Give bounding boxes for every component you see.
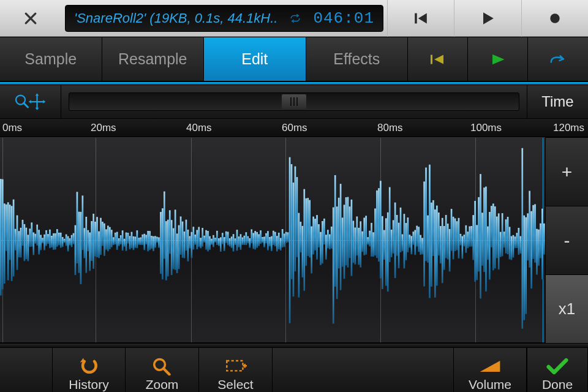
svg-rect-13 xyxy=(11,206,13,281)
svg-rect-133 xyxy=(229,238,231,246)
svg-rect-107 xyxy=(182,222,184,258)
svg-rect-228 xyxy=(402,234,404,251)
scroll-slider[interactable] xyxy=(69,92,519,111)
svg-rect-152 xyxy=(263,236,265,247)
svg-rect-157 xyxy=(273,231,274,245)
svg-rect-275 xyxy=(487,227,489,260)
marker-prev-button[interactable] xyxy=(408,37,468,81)
scroll-handle[interactable] xyxy=(282,94,306,109)
close-button[interactable] xyxy=(0,0,61,37)
time-mode-button[interactable]: Time xyxy=(527,85,588,119)
svg-rect-288 xyxy=(511,236,513,260)
svg-rect-172 xyxy=(300,222,302,252)
svg-rect-204 xyxy=(358,228,360,265)
tab-effects[interactable]: Effects xyxy=(306,37,409,81)
vertical-scale-button[interactable]: x1 xyxy=(545,274,588,343)
tab-sample[interactable]: Sample xyxy=(0,37,102,81)
svg-rect-305 xyxy=(541,209,543,280)
svg-rect-151 xyxy=(262,237,263,243)
svg-rect-66 xyxy=(107,225,109,251)
svg-rect-31 xyxy=(43,235,45,251)
waveform-canvas[interactable] xyxy=(0,137,545,343)
svg-rect-247 xyxy=(436,206,438,286)
history-button[interactable]: History xyxy=(52,348,126,392)
svg-rect-210 xyxy=(369,231,371,247)
svg-rect-12 xyxy=(9,205,11,260)
svg-rect-56 xyxy=(89,233,91,271)
svg-rect-229 xyxy=(404,214,405,268)
svg-rect-106 xyxy=(180,216,182,254)
svg-rect-24 xyxy=(31,222,32,246)
svg-rect-64 xyxy=(104,224,105,256)
tab-bar: Sample Resample Edit Effects xyxy=(0,37,588,82)
svg-rect-47 xyxy=(73,233,75,244)
svg-rect-243 xyxy=(429,165,431,298)
svg-rect-233 xyxy=(410,236,412,254)
time-ruler[interactable]: 0ms 20ms 40ms 60ms 80ms 100ms 120ms xyxy=(0,119,588,137)
svg-rect-118 xyxy=(202,228,203,247)
svg-rect-84 xyxy=(140,238,141,246)
svg-rect-171 xyxy=(298,213,300,298)
svg-rect-235 xyxy=(414,230,416,255)
svg-rect-32 xyxy=(45,230,47,246)
svg-rect-207 xyxy=(363,217,365,255)
svg-rect-87 xyxy=(145,235,147,244)
svg-line-4 xyxy=(23,103,28,107)
volume-label: Volume xyxy=(469,377,511,392)
svg-rect-278 xyxy=(492,203,494,270)
svg-rect-94 xyxy=(158,237,160,247)
svg-rect-22 xyxy=(28,235,29,261)
svg-rect-27 xyxy=(36,225,38,246)
zoom-pan-tool[interactable] xyxy=(0,85,61,119)
skip-back-button[interactable] xyxy=(387,0,454,37)
tab-resample[interactable]: Resample xyxy=(102,37,205,81)
svg-rect-130 xyxy=(224,237,225,251)
svg-rect-256 xyxy=(453,217,454,260)
svg-rect-68 xyxy=(111,230,113,247)
svg-rect-240 xyxy=(423,181,425,286)
svg-rect-276 xyxy=(489,212,491,280)
tab-edit[interactable]: Edit xyxy=(204,37,306,81)
volume-button[interactable]: Volume xyxy=(453,348,527,392)
svg-rect-70 xyxy=(115,233,116,244)
svg-rect-109 xyxy=(186,220,187,251)
svg-rect-46 xyxy=(71,235,73,247)
svg-rect-267 xyxy=(472,215,474,260)
svg-rect-273 xyxy=(483,187,485,272)
svg-rect-50 xyxy=(78,212,80,273)
loop-button[interactable] xyxy=(528,37,588,81)
svg-rect-163 xyxy=(284,233,285,247)
svg-rect-92 xyxy=(154,236,156,247)
history-label: History xyxy=(69,377,108,392)
zoom-button[interactable]: Zoom xyxy=(126,348,199,392)
done-button[interactable]: Done xyxy=(527,348,588,392)
svg-rect-200 xyxy=(351,200,353,276)
play-selection-button[interactable] xyxy=(468,37,528,81)
svg-rect-124 xyxy=(213,235,214,247)
svg-rect-144 xyxy=(249,238,251,248)
zoom-in-vertical-button[interactable]: + xyxy=(545,137,588,206)
svg-rect-61 xyxy=(98,232,100,258)
svg-rect-178 xyxy=(311,227,312,274)
svg-rect-138 xyxy=(238,236,240,247)
svg-rect-201 xyxy=(353,221,355,263)
svg-rect-86 xyxy=(143,234,145,251)
svg-rect-237 xyxy=(418,227,420,252)
svg-rect-166 xyxy=(289,157,291,323)
svg-rect-271 xyxy=(480,174,481,298)
play-button[interactable] xyxy=(454,0,521,37)
select-button[interactable]: Select xyxy=(199,348,273,392)
svg-rect-54 xyxy=(85,217,87,273)
svg-rect-291 xyxy=(516,233,518,248)
svg-rect-302 xyxy=(536,229,538,275)
record-button[interactable] xyxy=(521,0,588,37)
svg-rect-74 xyxy=(122,230,124,251)
svg-rect-73 xyxy=(120,235,122,244)
svg-rect-213 xyxy=(374,208,376,255)
svg-rect-197 xyxy=(345,197,347,265)
svg-rect-44 xyxy=(67,236,69,252)
svg-rect-126 xyxy=(216,231,218,245)
svg-rect-91 xyxy=(153,236,154,251)
svg-rect-225 xyxy=(396,215,398,256)
zoom-out-vertical-button[interactable]: - xyxy=(545,206,588,274)
